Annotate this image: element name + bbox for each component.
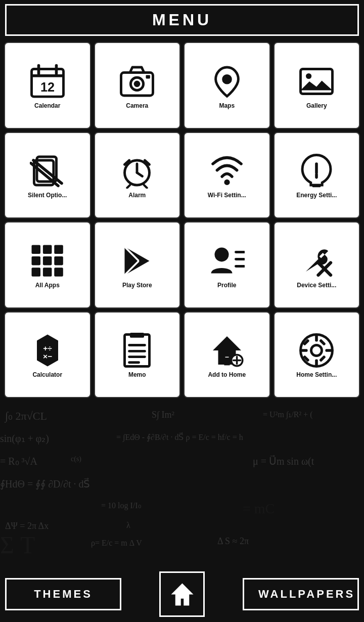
grid-item-gallery[interactable]: Gallery [274, 42, 360, 129]
playstore-icon [119, 243, 155, 279]
grid-item-devicesettings[interactable]: Device Setti... [274, 221, 360, 308]
wallpapers-button[interactable]: WALLPAPERS [243, 578, 359, 610]
maps-label: Maps [219, 102, 235, 109]
addtohome-icon [209, 333, 245, 368]
svg-point-7 [134, 80, 141, 87]
gallery-label: Gallery [306, 102, 327, 109]
header: MENU [5, 4, 359, 36]
grid-item-wifi[interactable]: Wi-Fi Settin... [184, 132, 270, 219]
grid-item-maps[interactable]: Maps [184, 42, 270, 129]
playstore-label: Play Store [122, 282, 152, 289]
grid-item-profile[interactable]: Profile [184, 221, 270, 308]
calculator-label: Calculator [32, 371, 62, 378]
svg-rect-59 [315, 335, 318, 342]
svg-rect-8 [146, 75, 150, 78]
svg-point-9 [222, 74, 232, 84]
svg-rect-65 [319, 339, 326, 346]
svg-rect-62 [326, 349, 333, 352]
math-overlay: ∫₀ 2π√CL S∫ Im² = U²m ∫₁/R² + ( sin(φ₁ +… [0, 399, 364, 566]
svg-rect-30 [31, 256, 40, 265]
themes-button[interactable]: THEMES [5, 578, 121, 610]
wifi-icon [209, 153, 245, 189]
svg-point-23 [224, 180, 230, 185]
svg-rect-1 [31, 74, 63, 77]
grid-item-alarm[interactable]: Alarm [94, 132, 181, 219]
home-icon [168, 581, 196, 608]
svg-line-22 [144, 185, 147, 188]
app-grid: 12 Calendar Camera Maps [0, 39, 364, 401]
svg-line-18 [137, 173, 143, 176]
homesettings-icon [299, 333, 334, 368]
silent-label: Silent Optio... [28, 192, 67, 199]
grid-item-addtohome[interactable]: Add to Home [184, 312, 270, 398]
bottom-bar: THEMES WALLPAPERS [0, 567, 364, 622]
wifi-label: Wi-Fi Settin... [208, 192, 246, 199]
camera-label: Camera [126, 102, 148, 109]
svg-text:×−: ×− [43, 352, 52, 361]
devicesettings-label: Device Setti... [297, 282, 336, 289]
gallery-icon [299, 64, 334, 99]
svg-point-39 [214, 247, 229, 261]
memo-icon [119, 333, 155, 368]
svg-rect-66 [319, 355, 326, 362]
svg-rect-33 [31, 268, 40, 277]
devicesettings-icon [299, 243, 334, 279]
energy-label: Energy Setti... [296, 192, 337, 199]
camera-icon [119, 64, 155, 99]
grid-item-calendar[interactable]: 12 Calendar [4, 42, 91, 129]
calculator-icon: +÷ ×− [30, 333, 65, 368]
grid-item-calculator[interactable]: +÷ ×− Calculator [4, 312, 91, 398]
svg-rect-27 [31, 245, 40, 254]
svg-text:12: 12 [40, 79, 55, 94]
svg-text:+÷: +÷ [43, 344, 52, 353]
addtohome-label: Add to Home [208, 371, 246, 378]
grid-item-camera[interactable]: Camera [94, 42, 181, 129]
svg-rect-53 [224, 358, 230, 365]
svg-rect-34 [43, 268, 52, 277]
calendar-label: Calendar [34, 102, 60, 109]
allapps-icon [30, 243, 65, 279]
svg-rect-28 [43, 245, 52, 254]
svg-point-11 [306, 73, 311, 79]
svg-rect-61 [301, 349, 308, 352]
grid-item-energy[interactable]: Energy Setti... [274, 132, 360, 219]
grid-item-playstore[interactable]: Play Store [94, 221, 181, 308]
maps-icon [209, 64, 245, 99]
homesettings-label: Home Settin... [296, 371, 337, 378]
home-button[interactable] [159, 571, 205, 617]
svg-rect-32 [54, 256, 63, 265]
grid-item-homesettings[interactable]: Home Settin... [274, 312, 360, 398]
profile-icon [209, 243, 245, 279]
svg-line-21 [127, 185, 130, 188]
svg-point-58 [311, 345, 322, 356]
menu-title: MENU [152, 11, 212, 29]
allapps-label: All Apps [35, 282, 60, 289]
alarm-label: Alarm [128, 192, 146, 199]
profile-label: Profile [217, 282, 236, 289]
svg-rect-60 [315, 360, 318, 367]
grid-item-memo[interactable]: Memo [94, 312, 181, 398]
grid-item-silent[interactable]: Silent Optio... [4, 132, 91, 219]
svg-rect-35 [54, 268, 63, 277]
svg-rect-29 [54, 245, 63, 254]
svg-rect-24 [312, 185, 321, 188]
svg-rect-31 [43, 256, 52, 265]
silent-icon [30, 153, 65, 189]
memo-label: Memo [128, 371, 146, 378]
calendar-icon: 12 [30, 64, 65, 99]
grid-item-allapps[interactable]: All Apps [4, 221, 91, 308]
svg-rect-48 [130, 333, 144, 338]
energy-icon [299, 153, 334, 189]
alarm-icon [119, 153, 155, 189]
